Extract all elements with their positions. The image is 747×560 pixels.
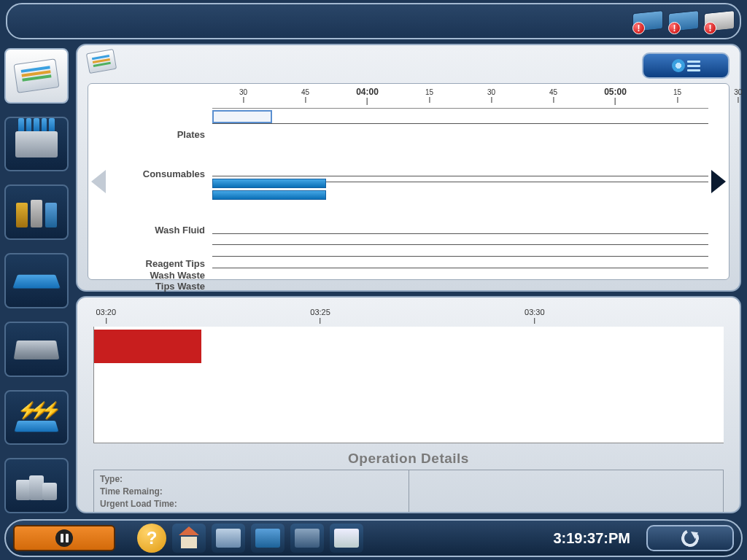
instrument-icon — [14, 341, 60, 359]
opd-urgent-load-label: Urgent Load Time: — [100, 498, 403, 510]
row-label-tipswaste: Tips Waste — [96, 281, 205, 292]
operation-details-grid: Type: Time Remaing: Urgent Load Time: — [93, 470, 724, 513]
gantt-time-axis: 04:0005:0030451530451530 — [212, 88, 708, 109]
alert-boxes[interactable]: ! — [703, 8, 735, 34]
row-label-reagenttips: Reagent Tips — [96, 258, 205, 269]
checklist-button[interactable] — [330, 524, 363, 553]
sidebar-instrument[interactable] — [4, 322, 69, 377]
sidebar-heating[interactable]: ⚡⚡⚡ — [4, 390, 69, 446]
gantt-area[interactable]: 04:0005:0030451530451530 — [212, 88, 708, 275]
operation-details-title: Operation Details — [93, 451, 724, 467]
sidebar-waste[interactable] — [4, 458, 69, 513]
detail-time-axis: 03:2003:2503:30 — [93, 308, 724, 327]
gantt-bar[interactable] — [212, 190, 326, 200]
racks-button[interactable] — [290, 524, 324, 553]
home-icon — [179, 526, 199, 535]
row-label-washfluid: Wash Fluid — [96, 225, 205, 236]
heating-icon: ⚡⚡⚡ — [16, 401, 57, 433]
gear-icon — [672, 59, 685, 72]
pause-button[interactable] — [13, 525, 115, 551]
gantt-bar[interactable] — [212, 110, 272, 123]
schedule-icon — [13, 58, 59, 93]
opd-value-1 — [415, 473, 718, 486]
opd-time-remaining-label: Time Remaing: — [100, 486, 403, 498]
row-label-consumables: Consumables — [96, 168, 205, 179]
racks-icon — [295, 529, 320, 548]
sidebar: ⚡⚡⚡ — [4, 44, 73, 513]
alert-tray-1[interactable]: ! — [631, 8, 664, 34]
alert-badge-icon: ! — [632, 22, 645, 34]
alert-tray-2[interactable]: ! — [667, 8, 700, 34]
alert-badge-icon: ! — [668, 22, 681, 34]
opd-type-label: Type: — [100, 473, 403, 486]
main-area: Plates Consumables Wash Fluid Reagent Ti… — [76, 44, 741, 513]
bottles-icon — [16, 197, 57, 228]
refresh-button[interactable] — [646, 525, 734, 551]
top-bar: ! ! ! — [6, 3, 741, 39]
sidebar-reagent-bottles[interactable] — [4, 184, 69, 240]
worklist-icon — [216, 529, 241, 548]
gantt-next-button[interactable] — [711, 170, 726, 193]
worklist-button[interactable] — [212, 524, 245, 553]
row-label-washwaste: Wash Waste — [96, 270, 205, 281]
gantt-chart: Plates Consumables Wash Fluid Reagent Ti… — [88, 83, 729, 280]
detail-chart[interactable] — [93, 327, 724, 443]
settings-button[interactable] — [642, 52, 729, 79]
refresh-icon — [679, 527, 702, 550]
gantt-row-labels: Plates Consumables Wash Fluid Reagent Ti… — [96, 106, 205, 275]
sidebar-schedule-view[interactable] — [4, 48, 69, 104]
sidebar-plates[interactable] — [4, 253, 69, 308]
transfer-button[interactable] — [251, 524, 285, 553]
plate-icon — [12, 275, 61, 289]
gantt-panel: Plates Consumables Wash Fluid Reagent Ti… — [76, 44, 741, 292]
row-label-plates: Plates — [96, 129, 205, 140]
transfer-icon — [255, 529, 280, 548]
sidebar-sample-racks[interactable] — [4, 117, 69, 172]
detail-block[interactable] — [94, 330, 201, 363]
pause-icon — [55, 529, 73, 547]
rack-icon — [15, 131, 58, 158]
schedule-mini-icon — [86, 49, 117, 74]
help-button[interactable]: ? — [137, 524, 166, 553]
checklist-icon — [334, 529, 359, 548]
drums-icon — [16, 471, 57, 500]
bottom-bar: ? 3:19:37:PM — [4, 519, 743, 557]
clock: 3:19:37:PM — [553, 530, 640, 547]
detail-panel: 03:2003:2503:30 Operation Details Type: … — [76, 296, 741, 513]
home-button[interactable] — [172, 524, 206, 553]
list-icon — [687, 61, 700, 71]
gantt-bar[interactable] — [212, 179, 326, 188]
alert-badge-icon: ! — [704, 22, 716, 34]
